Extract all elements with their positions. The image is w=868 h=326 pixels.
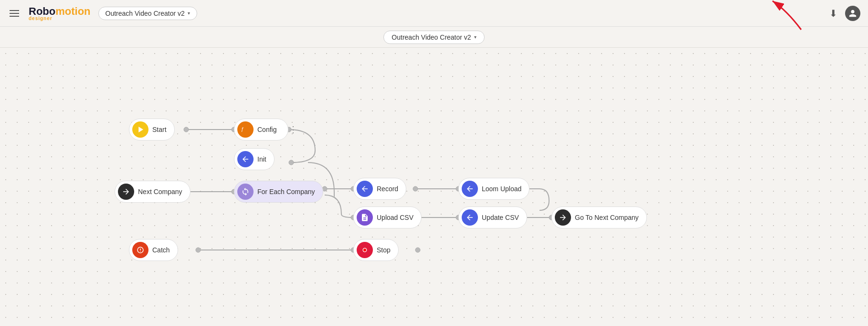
init-icon	[237, 151, 254, 167]
svg-point-5	[289, 160, 294, 165]
hamburger-menu[interactable]	[8, 8, 21, 19]
workflow-canvas: Start ƒ Config ⋮ Init Next Company For E…	[0, 48, 868, 326]
next-company-label: Next Company	[138, 188, 182, 196]
svg-point-31	[140, 251, 141, 252]
start-icon	[132, 121, 148, 138]
init-node[interactable]: Init	[234, 148, 275, 170]
catch-icon	[132, 242, 148, 258]
update-csv-icon	[462, 209, 478, 226]
upload-csv-icon	[357, 209, 373, 226]
config-icon: ƒ	[237, 121, 254, 138]
user-button[interactable]	[845, 6, 860, 21]
start-label: Start	[152, 126, 167, 133]
catch-label: Catch	[152, 246, 170, 254]
go-to-next-icon	[555, 209, 571, 226]
update-csv-label: Update CSV	[482, 214, 519, 221]
record-node[interactable]: Record	[353, 178, 406, 200]
svg-point-27	[415, 248, 420, 252]
workflow-selector-sub[interactable]: Outreach Video Creator v2 ▾	[383, 31, 484, 44]
catch-node[interactable]: Catch	[129, 239, 178, 261]
svg-text:ƒ: ƒ	[241, 126, 244, 132]
workflow-selector-label: Outreach Video Creator v2	[106, 10, 185, 17]
go-to-next-node[interactable]: Go To Next Company	[551, 206, 647, 228]
svg-point-2	[184, 127, 189, 132]
sub-workflow-label: Outreach Video Creator v2	[392, 33, 471, 41]
loom-upload-icon	[462, 181, 478, 197]
logo: Robomotion designer	[29, 5, 91, 21]
update-csv-node[interactable]: Update CSV	[458, 206, 527, 228]
for-each-node[interactable]: For Each Company	[234, 181, 323, 203]
init-label: Init	[257, 155, 266, 163]
chevron-down-icon: ▾	[188, 11, 190, 16]
svg-point-25	[196, 248, 201, 252]
config-label: Config	[257, 126, 276, 133]
for-each-icon	[237, 184, 254, 200]
svg-point-14	[413, 186, 418, 191]
next-company-icon	[118, 184, 134, 200]
workflow-selector-header[interactable]: Outreach Video Creator v2 ▾	[98, 7, 197, 20]
upload-csv-label: Upload CSV	[377, 214, 413, 221]
record-label: Record	[377, 185, 398, 193]
loom-upload-node[interactable]: Loom Upload	[458, 178, 529, 200]
user-icon	[848, 9, 857, 18]
stop-icon	[357, 242, 373, 258]
loom-upload-label: Loom Upload	[482, 185, 521, 193]
upload-csv-node[interactable]: Upload CSV	[353, 206, 422, 228]
header-actions: ⬇	[829, 6, 860, 21]
sub-header: Outreach Video Creator v2 ▾	[0, 27, 868, 48]
chevron-down-icon-sub: ▾	[474, 34, 476, 40]
start-node[interactable]: Start	[129, 119, 175, 141]
config-node[interactable]: ƒ Config ⋮	[234, 119, 288, 141]
app-header: Robomotion designer Outreach Video Creat…	[0, 0, 868, 27]
record-icon	[357, 181, 373, 197]
svg-point-33	[363, 249, 366, 251]
for-each-label: For Each Company	[257, 188, 315, 196]
stop-label: Stop	[377, 246, 391, 254]
go-to-next-label: Go To Next Company	[575, 214, 639, 221]
stop-node[interactable]: Stop	[353, 239, 399, 261]
next-company-node[interactable]: Next Company	[115, 181, 191, 203]
download-button[interactable]: ⬇	[829, 8, 837, 19]
config-menu-dots[interactable]: ⋮	[289, 124, 297, 135]
